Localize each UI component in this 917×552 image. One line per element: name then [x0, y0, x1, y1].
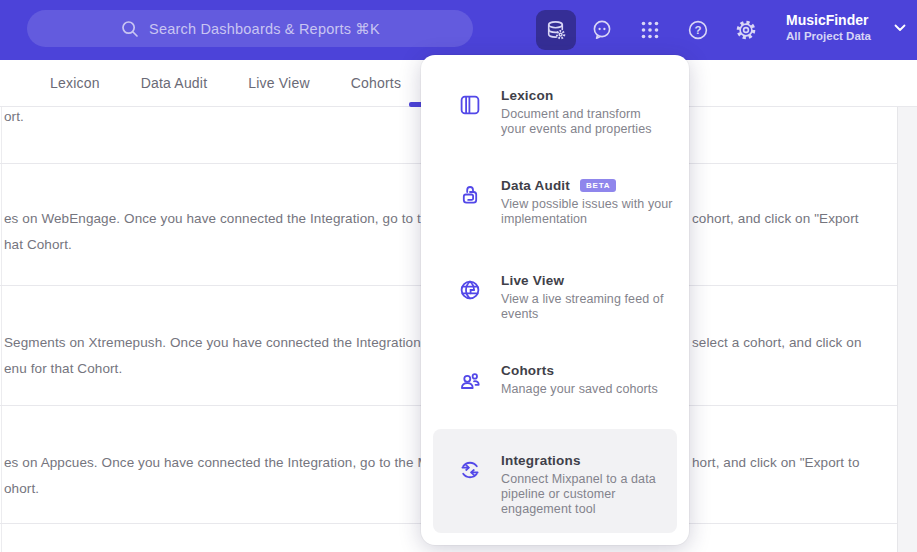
bg-row-text: ort. — [4, 109, 24, 124]
menu-item-title: Integrations — [501, 453, 581, 468]
question-mark-glyph: ? — [694, 24, 701, 36]
search-icon — [120, 19, 140, 39]
bg-row-text: hat Cohort. — [4, 237, 72, 252]
menu-item-live-view[interactable]: Live View View a live streaming feed of … — [458, 273, 663, 322]
feedback-chat-button[interactable] — [591, 19, 613, 41]
tab-cohorts[interactable]: Cohorts — [351, 75, 401, 91]
bg-row-text: es on WebEngage. Once you have connected… — [4, 211, 436, 226]
menu-item-title: Live View — [501, 273, 564, 288]
content-left-border — [1, 107, 2, 552]
bg-row-text: select a cohort, and click on — [692, 335, 862, 350]
menu-item-integrations[interactable]: Integrations Connect Mixpanel to a data … — [433, 429, 677, 533]
integrations-sync-icon — [458, 458, 482, 482]
menu-item-title: Cohorts — [501, 363, 554, 378]
menu-item-description: Connect Mixpanel to a data pipeline or c… — [501, 472, 656, 517]
tab-lexicon[interactable]: Lexicon — [50, 75, 100, 91]
apps-grid-button[interactable] — [639, 19, 661, 41]
menu-item-data-audit[interactable]: Data Audit BETA View possible issues wit… — [458, 178, 673, 227]
search-input[interactable]: Search Dashboards & Reports ⌘K — [27, 10, 473, 47]
data-management-button[interactable] — [536, 10, 576, 50]
cohorts-people-icon — [458, 368, 482, 392]
bg-row-text: Segments on Xtremepush. Once you have co… — [4, 335, 425, 350]
scrollbar-track[interactable] — [897, 107, 917, 552]
top-nav-bar: Search Dashboards & Reports ⌘K — [0, 0, 917, 60]
menu-item-description: Manage your saved cohorts — [501, 382, 658, 397]
menu-item-title: Lexicon — [501, 88, 553, 103]
data-management-dropdown: Lexicon Document and transform your even… — [421, 55, 689, 545]
settings-gear-button[interactable] — [735, 19, 757, 41]
menu-item-description: Document and transform your events and p… — [501, 107, 652, 137]
bg-row-text: enu for that Cohort. — [4, 361, 122, 376]
data-audit-lock-icon — [458, 183, 482, 207]
project-name: MusicFinder — [786, 11, 902, 29]
bg-row-text: cohort, and click on "Export — [692, 211, 859, 226]
tab-data-audit[interactable]: Data Audit — [141, 75, 208, 91]
live-view-globe-icon — [458, 278, 482, 302]
menu-item-lexicon[interactable]: Lexicon Document and transform your even… — [458, 88, 652, 137]
menu-item-cohorts[interactable]: Cohorts Manage your saved cohorts — [458, 363, 658, 397]
lexicon-book-icon — [458, 93, 482, 117]
bg-row-text: hort, and click on "Export to — [692, 455, 860, 470]
bg-row-text: ohort. — [4, 481, 39, 496]
menu-item-description: View a live streaming feed of events — [501, 292, 663, 322]
database-gear-icon — [544, 18, 568, 42]
chevron-down-icon — [894, 24, 906, 32]
project-switcher[interactable]: MusicFinder All Project Data — [786, 11, 902, 51]
project-subtitle: All Project Data — [786, 29, 902, 43]
beta-badge: BETA — [580, 179, 616, 192]
bg-row-text: es on Appcues. Once you have connected t… — [4, 455, 429, 470]
tab-live-view[interactable]: Live View — [248, 75, 309, 91]
menu-item-title: Data Audit — [501, 178, 570, 193]
search-placeholder: Search Dashboards & Reports ⌘K — [149, 21, 380, 37]
help-button[interactable]: ? — [687, 19, 709, 41]
menu-item-description: View possible issues with your implement… — [501, 197, 673, 227]
